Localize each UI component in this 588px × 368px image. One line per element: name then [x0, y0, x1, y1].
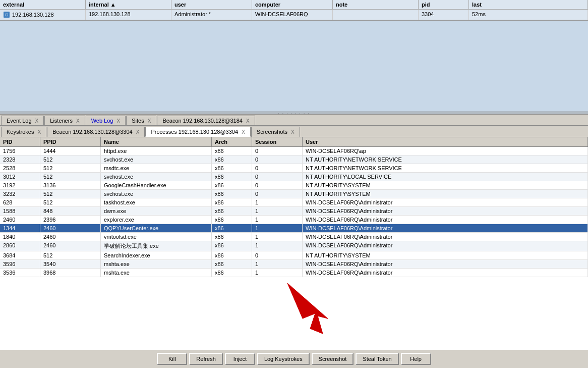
- process-cell-session: 1: [252, 260, 303, 268]
- tab-processes-3304[interactable]: Processes 192.168.130.128@3304 X: [145, 127, 250, 137]
- process-row[interactable]: 628512taskhost.exex861WIN-DCSELAF06RQ\Ad…: [0, 198, 588, 207]
- process-row[interactable]: 1588848dwm.exex861WIN-DCSELAF06RQ\Admini…: [0, 207, 588, 216]
- tab-beacon-3304-close[interactable]: X: [136, 129, 140, 135]
- process-cell-ppid: 512: [40, 173, 101, 181]
- process-cell-session: 1: [252, 241, 303, 251]
- kill-button[interactable]: Kill: [157, 353, 187, 365]
- process-row[interactable]: 24602396explorer.exex861WIN-DCSELAF06RQ\…: [0, 216, 588, 224]
- process-table-container: PID PPID Name Arch Session User 17561444…: [0, 137, 588, 349]
- tab-beacon-3184[interactable]: Beacon 192.168.130.128@3184 X: [157, 116, 255, 125]
- beacon-cell-pid: 3304: [419, 10, 469, 20]
- process-cell-ppid: 512: [40, 164, 101, 172]
- beacon-col-last: last: [469, 0, 588, 9]
- inject-button[interactable]: Inject: [225, 353, 255, 365]
- process-cell-pid: 2328: [0, 155, 40, 164]
- process-row[interactable]: 31923136GoogleCrashHandler.exex860NT AUT…: [0, 181, 588, 190]
- tab-processes-3304-close[interactable]: X: [242, 129, 245, 135]
- tab-screenshots-close[interactable]: X: [291, 129, 295, 135]
- process-row[interactable]: 3684512SearchIndexer.exex860NT AUTHORITY…: [0, 251, 588, 260]
- process-col-pid[interactable]: PID: [0, 137, 40, 146]
- tab-web-log[interactable]: Web Log X: [86, 116, 126, 125]
- help-button[interactable]: Help: [401, 353, 431, 365]
- tab-sites[interactable]: Sites X: [126, 116, 156, 125]
- process-cell-arch: x86: [212, 155, 252, 164]
- beacon-col-pid: pid: [419, 0, 469, 9]
- process-cell-user: WIN-DCSELAF06RQ\Administrator: [303, 233, 588, 241]
- process-col-user[interactable]: User: [303, 137, 588, 146]
- tab-screenshots[interactable]: Screenshots X: [251, 127, 300, 137]
- process-cell-ppid: 512: [40, 198, 101, 206]
- process-cell-name: dwm.exe: [101, 207, 212, 215]
- process-row[interactable]: 2528512msdtc.exex860NT AUTHORITY\NETWORK…: [0, 164, 588, 173]
- tab-sites-close[interactable]: X: [148, 118, 151, 124]
- tab-web-log-close[interactable]: X: [117, 118, 121, 124]
- beacon-row[interactable]: ⊡ 192.168.130.128 192.168.130.128 Admini…: [0, 10, 588, 20]
- process-cell-user: WIN-DCSELAF06RQ\ap: [303, 147, 588, 155]
- process-cell-session: 0: [252, 190, 303, 198]
- process-row[interactable]: 2328512svchost.exex860NT AUTHORITY\NETWO…: [0, 155, 588, 164]
- process-row[interactable]: 13442460QQPYUserCenter.exex861WIN-DCSELA…: [0, 224, 588, 233]
- tab-event-log-close[interactable]: X: [35, 118, 39, 124]
- tab-listeners-close[interactable]: X: [76, 118, 80, 124]
- tab-keystrokes[interactable]: Keystrokes X: [1, 127, 46, 137]
- process-cell-user: WIN-DCSELAF06RQ\Administrator: [303, 207, 588, 215]
- log-keystrokes-button[interactable]: Log Keystrokes: [257, 353, 310, 365]
- process-cell-user: NT AUTHORITY\SYSTEM: [303, 251, 588, 259]
- process-col-name[interactable]: Name: [101, 137, 212, 146]
- process-cell-user: WIN-DCSELAF06RQ\Administrator: [303, 269, 588, 277]
- process-row[interactable]: 17561444httpd.exex860WIN-DCSELAF06RQ\ap: [0, 147, 588, 155]
- process-cell-user: NT AUTHORITY\SYSTEM: [303, 181, 588, 189]
- process-cell-pid: 628: [0, 198, 40, 206]
- process-row[interactable]: 35963540mshta.exex861WIN-DCSELAF06RQ\Adm…: [0, 260, 588, 269]
- process-cell-session: 0: [252, 147, 303, 155]
- svg-marker-2: [287, 283, 328, 334]
- process-col-arch[interactable]: Arch: [212, 137, 252, 146]
- process-cell-name: msdtc.exe: [101, 164, 212, 172]
- process-cell-arch: x86: [212, 251, 252, 259]
- process-cell-arch: x86: [212, 216, 252, 224]
- process-col-ppid[interactable]: PPID: [40, 137, 101, 146]
- process-cell-user: WIN-DCSELAF06RQ\Administrator: [303, 198, 588, 206]
- process-cell-pid: 1840: [0, 233, 40, 241]
- process-table-body[interactable]: 17561444httpd.exex860WIN-DCSELAF06RQ\ap2…: [0, 147, 588, 349]
- process-cell-pid: 2860: [0, 241, 40, 251]
- tab-beacon-3304[interactable]: Beacon 192.168.130.128@3304 X: [47, 127, 145, 137]
- process-col-session[interactable]: Session: [252, 137, 303, 146]
- process-cell-session: 0: [252, 181, 303, 189]
- process-row[interactable]: 35363968mshta.exex861WIN-DCSELAF06RQ\Adm…: [0, 269, 588, 277]
- beacon-cell-user: Administrator *: [171, 10, 252, 20]
- process-cell-arch: x86: [212, 190, 252, 198]
- process-cell-session: 0: [252, 155, 303, 164]
- process-cell-pid: 2460: [0, 216, 40, 224]
- beacon-cell-computer: WIN-DCSELAF06RQ: [252, 10, 333, 20]
- process-cell-ppid: 3968: [40, 269, 101, 277]
- process-cell-name: vmtoolsd.exe: [101, 233, 212, 241]
- tab-bar-row1: Event Log X Listeners X Web Log X Sites …: [0, 115, 588, 126]
- beacon-col-internal[interactable]: internal ▲: [86, 0, 171, 9]
- process-row[interactable]: 28602460学破解论坛工具集.exex861WIN-DCSELAF06RQ\…: [0, 241, 588, 251]
- process-cell-session: 1: [252, 198, 303, 206]
- process-cell-session: 1: [252, 207, 303, 215]
- process-cell-pid: 1344: [0, 224, 40, 232]
- beacon-col-user: user: [171, 0, 252, 9]
- tab-event-log[interactable]: Event Log X: [1, 116, 44, 125]
- process-row[interactable]: 3232512svchost.exex860NT AUTHORITY\SYSTE…: [0, 190, 588, 198]
- process-cell-session: 1: [252, 233, 303, 241]
- process-cell-pid: 3232: [0, 190, 40, 198]
- process-row[interactable]: 18402460vmtoolsd.exex861WIN-DCSELAF06RQ\…: [0, 233, 588, 241]
- process-cell-user: NT AUTHORITY\LOCAL SERVICE: [303, 173, 588, 181]
- process-cell-name: mshta.exe: [101, 269, 212, 277]
- steal-token-button[interactable]: Steal Token: [356, 353, 398, 365]
- tab-listeners[interactable]: Listeners X: [44, 116, 85, 125]
- process-cell-arch: x86: [212, 207, 252, 215]
- tab-keystrokes-close[interactable]: X: [37, 129, 41, 135]
- process-row[interactable]: 3012512svchost.exex860NT AUTHORITY\LOCAL…: [0, 173, 588, 181]
- screenshot-button[interactable]: Screenshot: [312, 353, 354, 365]
- process-cell-name: taskhost.exe: [101, 198, 212, 206]
- beacon-cell-last: 52ms: [469, 10, 588, 20]
- process-cell-arch: x86: [212, 260, 252, 268]
- tab-beacon-3184-close[interactable]: X: [246, 118, 250, 124]
- process-cell-user: WIN-DCSELAF06RQ\Administrator: [303, 216, 588, 224]
- process-cell-session: 0: [252, 164, 303, 172]
- refresh-button[interactable]: Refresh: [189, 353, 223, 365]
